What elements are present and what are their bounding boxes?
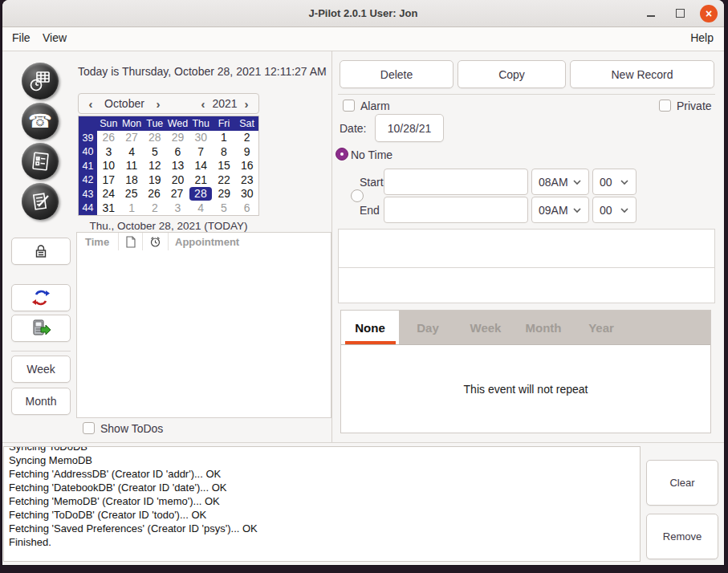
- alarm-checkbox[interactable]: [343, 100, 355, 112]
- calendar-day[interactable]: 25: [120, 187, 142, 201]
- repeat-message: This event will not repeat: [464, 383, 588, 396]
- calendar-day[interactable]: 1: [213, 131, 236, 144]
- sidebar-divider: [11, 351, 71, 352]
- start-time-input[interactable]: [384, 169, 528, 195]
- start-hour-dropdown[interactable]: 08AM: [531, 169, 589, 195]
- remove-button[interactable]: Remove: [646, 514, 718, 559]
- end-minute-dropdown[interactable]: 00: [592, 197, 636, 223]
- menu-view[interactable]: View: [43, 31, 67, 44]
- week-view-button[interactable]: Week: [11, 356, 71, 383]
- time-column-header[interactable]: Time: [77, 233, 119, 250]
- calendar-day[interactable]: 16: [235, 159, 258, 173]
- calendar-day[interactable]: 19: [143, 173, 166, 187]
- calendar-day[interactable]: 4: [120, 145, 144, 159]
- prev-month-arrow[interactable]: ‹: [86, 97, 96, 111]
- appointment-list: Time Appointment: [76, 232, 331, 418]
- copy-button[interactable]: Copy: [458, 60, 566, 88]
- private-checkbox[interactable]: [659, 100, 671, 112]
- calendar-day-header: Tue: [143, 118, 166, 129]
- calendar-day[interactable]: 3: [166, 201, 189, 215]
- calendar-day[interactable]: 15: [213, 159, 236, 173]
- prev-year-arrow[interactable]: ‹: [198, 97, 208, 111]
- calendar-day[interactable]: 5: [213, 201, 236, 215]
- calendar-day[interactable]: 31: [97, 201, 120, 215]
- calendar-day[interactable]: 24: [97, 187, 120, 201]
- next-year-arrow[interactable]: ›: [242, 97, 251, 111]
- memo-icon[interactable]: [22, 183, 59, 220]
- calendar-day[interactable]: 28: [143, 131, 166, 144]
- calendar-day[interactable]: 20: [166, 173, 189, 187]
- calendar-day[interactable]: 29: [166, 131, 189, 144]
- note-column-header[interactable]: [119, 233, 143, 250]
- calendar-day[interactable]: 21: [189, 173, 213, 187]
- calendar-day[interactable]: 8: [213, 145, 236, 159]
- menu-file[interactable]: File: [12, 31, 31, 44]
- calendar-day[interactable]: 2: [235, 131, 258, 144]
- calendar-day[interactable]: 22: [213, 173, 236, 187]
- tab-year[interactable]: Year: [572, 311, 630, 344]
- end-time-input[interactable]: [384, 197, 528, 223]
- calendar-day[interactable]: 7: [189, 145, 213, 159]
- calendar-day[interactable]: 11: [120, 159, 144, 173]
- calendar-day[interactable]: 29: [213, 187, 235, 201]
- sync-log[interactable]: Syncing ToDoDBSyncing MemoDBFetching 'Ad…: [3, 446, 641, 562]
- pane-divider[interactable]: [331, 51, 332, 442]
- todo-icon[interactable]: [22, 143, 59, 180]
- maximize-button[interactable]: [671, 5, 689, 22]
- calendar-day[interactable]: 13: [166, 159, 189, 173]
- tab-none[interactable]: None: [341, 311, 399, 344]
- jpilot-window: J-Pilot 2.0.1 User: Jon × File View Help…: [2, 0, 724, 565]
- appointment-column-header[interactable]: Appointment: [169, 236, 239, 248]
- clear-button[interactable]: Clear: [646, 460, 718, 506]
- calendar-day[interactable]: 1: [120, 201, 144, 215]
- calendar-week-number: 43: [79, 187, 97, 201]
- lock-button[interactable]: [11, 238, 71, 265]
- calendar-day[interactable]: 27: [165, 187, 188, 201]
- calendar-day-selected[interactable]: 28: [189, 187, 212, 201]
- calendar-day[interactable]: 26: [143, 187, 165, 201]
- calendar-day[interactable]: 14: [189, 159, 213, 173]
- datebook-icon[interactable]: [22, 63, 59, 100]
- start-minute-dropdown[interactable]: 00: [592, 169, 636, 195]
- timed-event-radio[interactable]: [351, 189, 364, 202]
- sync-icon: [31, 288, 51, 307]
- description-textarea[interactable]: [338, 229, 715, 303]
- calendar-day[interactable]: 6: [166, 145, 189, 159]
- calendar-day[interactable]: 30: [236, 187, 258, 201]
- new-record-button[interactable]: New Record: [570, 60, 714, 88]
- menu-help[interactable]: Help: [690, 31, 714, 44]
- start-label: Start: [360, 176, 384, 189]
- show-todos-checkbox[interactable]: [83, 422, 95, 434]
- calendar-day[interactable]: 5: [143, 145, 166, 159]
- calendar-day[interactable]: 2: [143, 201, 166, 215]
- end-hour-dropdown[interactable]: 09AM: [531, 197, 589, 223]
- delete-button[interactable]: Delete: [340, 60, 453, 88]
- calendar-day[interactable]: 30: [189, 131, 213, 144]
- calendar-day[interactable]: 18: [120, 173, 144, 187]
- calendar-day[interactable]: 27: [120, 131, 144, 144]
- calendar-day[interactable]: 3: [97, 145, 120, 159]
- calendar-day[interactable]: 23: [235, 173, 258, 187]
- calendar-week-number: 40: [79, 145, 97, 160]
- no-time-radio[interactable]: [336, 148, 348, 161]
- sync-button[interactable]: [11, 284, 71, 311]
- month-view-button[interactable]: Month: [11, 388, 71, 415]
- calendar-day[interactable]: 6: [235, 201, 258, 215]
- alarm-column-header[interactable]: [143, 233, 169, 250]
- tab-month[interactable]: Month: [514, 311, 572, 344]
- calendar-day[interactable]: 26: [97, 131, 120, 144]
- tab-week[interactable]: Week: [457, 311, 514, 344]
- close-button[interactable]: ×: [700, 5, 718, 22]
- address-icon[interactable]: ☎: [22, 103, 59, 140]
- calendar-day[interactable]: 9: [235, 145, 258, 159]
- calendar-day[interactable]: 4: [189, 201, 213, 215]
- calendar-day[interactable]: 12: [143, 159, 166, 173]
- date-button[interactable]: 10/28/21: [375, 114, 444, 142]
- calendar-day[interactable]: 10: [97, 159, 120, 173]
- next-month-arrow[interactable]: ›: [153, 97, 163, 111]
- backup-button[interactable]: [11, 315, 71, 342]
- tab-day[interactable]: Day: [399, 311, 457, 344]
- calendar-day[interactable]: 17: [97, 173, 120, 187]
- minimize-button[interactable]: [642, 5, 660, 22]
- titlebar[interactable]: J-Pilot 2.0.1 User: Jon ×: [2, 0, 724, 27]
